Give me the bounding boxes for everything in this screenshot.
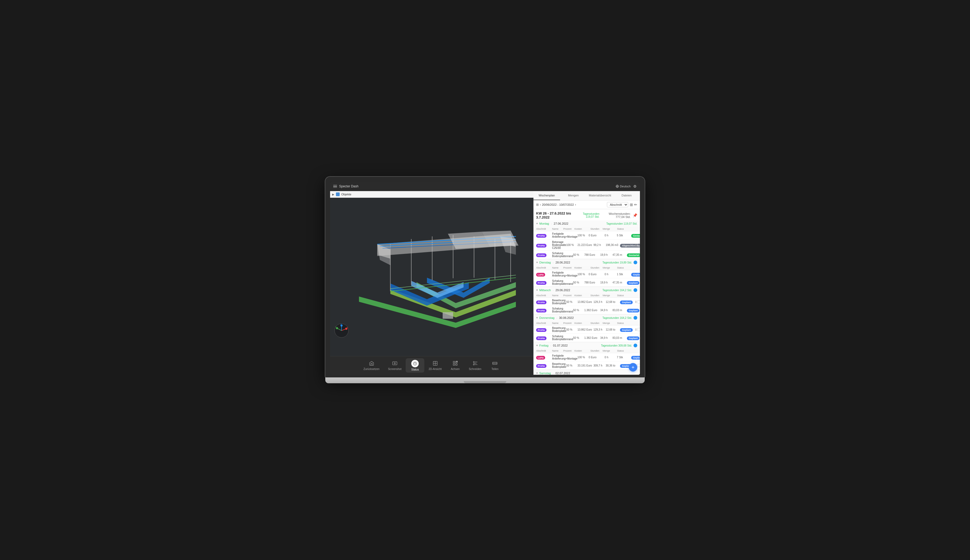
th-status: Status (617, 350, 632, 352)
table-row[interactable]: ProHa Betonage Bodenplatte C25/30 100 % … (533, 240, 640, 251)
task-status-btn[interactable]: Geplant (627, 337, 640, 340)
day-date: 30.06.2022 (559, 316, 573, 319)
task-percent: 50 % (573, 253, 584, 256)
day-header-samstag[interactable]: + Samstag - 02.07.2022 (533, 370, 640, 375)
th-stunden: Stunden (590, 267, 603, 269)
toolbar-teilen[interactable]: Teilen (485, 359, 504, 372)
language-button[interactable]: Deutsch (616, 185, 631, 188)
edit-view-icon[interactable]: ✏ (634, 203, 637, 207)
task-name: Fertigteile Anlieferung+Montage (552, 232, 577, 238)
task-status-btn[interactable]: Gestartet (631, 234, 640, 238)
pin-icon[interactable]: 📌 (633, 213, 637, 217)
laptop-shell: Specter Dash Deutsch ⚙ (325, 177, 645, 383)
day-header-freitag[interactable]: + Freitag - 01.07.2022 Tagesstunden 309,… (533, 342, 640, 349)
task-status-cell: Geplant (627, 335, 640, 340)
tab-mengen[interactable]: Mengen (560, 191, 587, 200)
task-hours: 0 h (605, 234, 617, 237)
toolbar-schneiden[interactable]: Schneiden (465, 359, 485, 372)
row-filter-icon[interactable]: ⊻ (635, 328, 637, 332)
day-header-donnerstag[interactable]: + Donnerstag - 30.06.2022 Tagesstunden 1… (533, 315, 640, 321)
settings-icon[interactable]: ⚙ (633, 184, 637, 188)
row-checkbox[interactable] (638, 328, 640, 331)
tree-item-label[interactable]: Objekte (341, 193, 352, 196)
day-plus-icon[interactable]: + (536, 222, 538, 225)
th-abschnitt: Abschnitt (536, 267, 552, 269)
table-row[interactable]: ProHa Schalung Bodenplattenrand 50 % 1.3… (533, 334, 640, 342)
schneiden-icon (472, 361, 478, 367)
table-header: AbschnittNameProzentKostenStundenMengeSt… (533, 321, 640, 325)
task-status-cell: Geplant (620, 327, 635, 332)
th-stunden: Stunden (590, 322, 603, 325)
day-plus-icon[interactable]: + (536, 371, 538, 375)
day-plus-icon[interactable]: + (536, 343, 538, 347)
schedule-content[interactable]: + Montag - 27.06.2022 Tagesstunden 119,0… (533, 220, 640, 375)
task-badge-cell: ProHa (536, 300, 552, 304)
viewport[interactable]: X Y Z (330, 198, 533, 356)
task-status-cell: Gestartet (627, 252, 640, 257)
th-menge: Menge (603, 267, 617, 269)
task-status-btn[interactable]: Geplant (620, 328, 633, 332)
day-hours: Tagesstunden 164,2 Std. (602, 289, 632, 292)
tree-expand-icon[interactable]: ▶ (332, 193, 334, 196)
task-name: Schalung Bodenplattenrand (552, 280, 573, 285)
section-select[interactable]: Abschnitt (607, 202, 628, 207)
th-prozent: Prozent (563, 322, 575, 325)
menu-icon[interactable] (333, 185, 337, 188)
table-row[interactable]: LaHa Fertigteile Anlieferung+Montage 100… (533, 270, 640, 278)
toolbar-zuruecksetzen[interactable]: Zurücksetzen (359, 359, 384, 372)
task-qty: 47,35 m (613, 281, 627, 284)
table-row[interactable]: ProHa Schalung Bodenplattenrand 50 % 788… (533, 251, 640, 259)
fab-button[interactable] (629, 363, 637, 372)
toolbar-status[interactable]: Status (406, 358, 424, 373)
task-hours: 19,9 h (600, 281, 613, 284)
row-checkbox[interactable] (638, 300, 640, 303)
grid-view-icon[interactable]: ⊞ (630, 203, 633, 207)
table-row[interactable]: ProHa Schalung Bodenplattenrand 50 % 788… (533, 278, 640, 287)
th-kosten: Kosten (575, 267, 590, 269)
day-header-dienstag[interactable]: + Dienstag - 28.06.2022 Tagesstunden 19,… (533, 259, 640, 266)
task-status-btn[interactable]: Gestartet (627, 253, 640, 257)
next-week-icon[interactable]: › (575, 203, 576, 207)
table-row[interactable]: ProHa Bewehrung Bodenplatte 50 % 13.862 … (533, 325, 640, 334)
toolbar-achsen[interactable]: Achsen (446, 359, 465, 372)
table-row[interactable]: ProHa Bewehrung Bodenplatte 50 % 33.191 … (533, 362, 640, 370)
th-prozent: Prozent (563, 294, 575, 297)
day-plus-icon[interactable]: + (536, 288, 538, 292)
day-plus-icon[interactable]: + (536, 316, 538, 320)
th-stunden: Stunden (590, 228, 603, 230)
task-status-btn[interactable]: Geplant (631, 356, 640, 360)
day-header-left: + Mittwoch - 29.06.2022 (536, 288, 570, 292)
row-filter-icon[interactable]: ⊻ (635, 243, 637, 247)
task-badge-cell: ProHa (536, 243, 552, 248)
task-cost: 788 Euro (584, 281, 600, 284)
task-status-btn[interactable]: Geplant (627, 281, 640, 285)
row-actions: ⊻ (635, 328, 640, 332)
day-header-right: Tagesstunden 119,07 Std. (607, 222, 637, 225)
task-status-btn[interactable]: Geplant (620, 300, 633, 304)
row-filter-icon[interactable]: ⊻ (635, 300, 637, 304)
row-checkbox[interactable] (638, 243, 640, 247)
task-status-btn[interactable]: Geplant (627, 309, 640, 312)
toolbar-screenshot[interactable]: Screenshot (384, 359, 406, 372)
day-header-left: + Dienstag - 28.06.2022 (536, 260, 570, 264)
day-plus-icon[interactable]: + (536, 260, 538, 264)
day-header-mittwoch[interactable]: + Mittwoch - 29.06.2022 Tagesstunden 164… (533, 287, 640, 293)
tab-dateien[interactable]: Dateien (613, 191, 640, 200)
filter-icon[interactable]: ⊞ (536, 203, 539, 207)
table-row[interactable]: ProHa Bewehrung Bodenplatte 50 % 13.862 … (533, 298, 640, 306)
tab-wochenplan[interactable]: Wochenplan (533, 191, 560, 200)
task-percent: 100 % (577, 234, 588, 237)
prev-week-icon[interactable]: ‹ (540, 203, 541, 207)
table-row[interactable]: ProHa Fertigteile Anlieferung+Montage 10… (533, 231, 640, 240)
table-row[interactable]: ProHa Schalung Bodenplattenrand 50 % 1.3… (533, 306, 640, 314)
toolbar-2d-ansicht[interactable]: 2D-Ansicht (424, 359, 446, 372)
th-status: Status (617, 228, 632, 230)
task-status-btn[interactable]: Geplant (631, 273, 640, 277)
tab-materialuebersicht[interactable]: Materialübersicht (587, 191, 613, 200)
task-percent: 100 % (566, 243, 577, 247)
task-badge: ProHa (536, 234, 547, 238)
day-header-montag[interactable]: + Montag - 27.06.2022 Tagesstunden 119,0… (533, 220, 640, 227)
screen: Specter Dash Deutsch ⚙ (330, 182, 640, 375)
row-checkbox[interactable] (638, 364, 640, 367)
table-row[interactable]: LaHa Fertigteile Anlieferung+Montage 100… (533, 353, 640, 362)
